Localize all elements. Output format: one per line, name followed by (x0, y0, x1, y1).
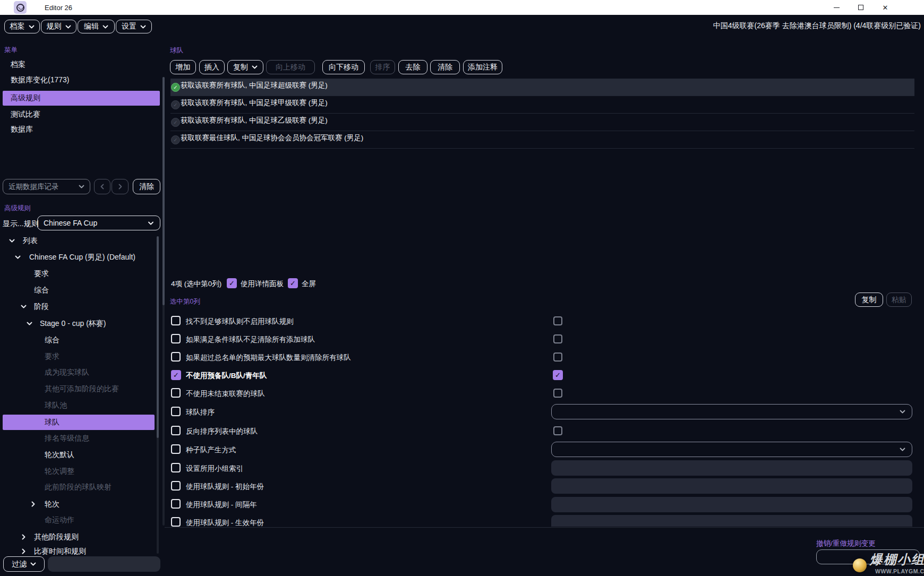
rule-checkbox-right[interactable] (553, 353, 562, 362)
tree-item-general[interactable]: 综合 (0, 282, 162, 298)
rule-checkbox-right[interactable] (553, 334, 562, 343)
copy-dropdown-button[interactable]: 复制 (227, 60, 263, 74)
filter-input[interactable] (48, 556, 160, 572)
rule-checkbox[interactable] (171, 426, 181, 435)
add-button[interactable]: 增加 (170, 60, 196, 74)
rule-checkbox[interactable] (171, 388, 181, 398)
tree-item-round-defaults[interactable]: 轮次默认 (0, 446, 162, 463)
maximize-button[interactable] (849, 0, 873, 15)
rule-checkbox[interactable] (171, 517, 181, 527)
tree-item-stages[interactable]: 阶段 (0, 298, 162, 315)
tree-item-match-times-rules[interactable]: 比赛时间和规则 (0, 543, 162, 556)
tree-item-round-adjustments[interactable]: 轮次调整 (0, 463, 162, 479)
chevron-right-icon[interactable] (22, 548, 25, 554)
chevron-down-icon (140, 25, 146, 29)
team-rule-row[interactable]: ✓ 获取该联赛所有球队, 中国足球乙级联赛 (男足) (170, 114, 914, 131)
tree-item-rounds[interactable]: 轮次 (0, 496, 162, 512)
titlebar: Editor 26 ✕ (0, 0, 924, 15)
rule-checkbox[interactable] (171, 407, 181, 416)
start-year-input[interactable] (551, 478, 912, 494)
recent-db-clear-button[interactable]: 清除 (133, 179, 160, 194)
team-rule-row[interactable]: ✓ 获取该联赛所有球队, 中国足球甲级联赛 (男足) (170, 96, 914, 114)
tree-item-ranking-level-info[interactable]: 排名等级信息 (0, 430, 162, 446)
rule-select-dropdown[interactable]: Chinese FA Cup (37, 216, 160, 230)
team-sort-dropdown[interactable] (551, 404, 912, 419)
group-index-input[interactable] (551, 460, 912, 476)
recent-db-prev-button[interactable] (94, 179, 110, 194)
chevron-down-icon[interactable] (27, 322, 32, 325)
chevron-right-icon[interactable] (22, 534, 25, 540)
tree-item-requirements[interactable]: 要求 (0, 265, 162, 282)
rule-checkbox[interactable] (171, 481, 181, 491)
rule-checkbox-right[interactable] (553, 426, 562, 435)
sort-button[interactable]: 排序 (370, 60, 395, 74)
tree-item-previous-stage-team-mapping[interactable]: 此前阶段的球队映射 (0, 479, 162, 495)
tree-item-team-pool[interactable]: 球队池 (0, 397, 162, 414)
detail-copy-button[interactable]: 复制 (855, 293, 883, 307)
check-circle-icon: ✓ (171, 100, 180, 109)
recent-db-dropdown[interactable]: 近期数据库记录 (3, 179, 90, 194)
add-comment-button[interactable]: 添加注释 (463, 60, 502, 74)
menu-edit-button[interactable]: 编辑 (78, 20, 115, 33)
interval-year-input[interactable] (551, 497, 912, 512)
detail-paste-button[interactable]: 粘贴 (886, 293, 912, 307)
tree-item-chinese-fa-cup[interactable]: Chinese FA Cup (男足) (Default) (0, 249, 162, 265)
clear-button[interactable]: 清除 (430, 60, 460, 74)
chevron-left-icon (100, 184, 104, 190)
chevron-down-icon[interactable] (21, 305, 27, 308)
tree-item-stage-general[interactable]: 综合 (0, 332, 162, 348)
insert-button[interactable]: 插入 (199, 60, 225, 74)
chevron-down-icon (900, 448, 905, 451)
tree-item-become-real-teams[interactable]: 成为现实球队 (0, 364, 162, 381)
selected-row-header: 选中第0列 (170, 297, 200, 306)
sidebar-item-db-changes[interactable]: 数据库变化(1773) (11, 75, 69, 85)
chevron-down-icon (102, 25, 108, 29)
rule-checkbox-right[interactable] (553, 389, 562, 398)
chevron-right-icon[interactable] (31, 501, 35, 507)
sidebar-item-database[interactable]: 数据库 (11, 125, 33, 134)
filter-button[interactable]: 过滤 (3, 556, 45, 572)
rule-checkbox[interactable] (171, 334, 181, 343)
menu-rules-button[interactable]: 规则 (41, 20, 76, 33)
detail-panel-checkbox[interactable]: ✓ (227, 278, 237, 288)
clipped-row: 使用球队规则 - 生效年份 (171, 515, 511, 527)
team-rule-row[interactable]: ✓ 获取该联赛所有球队, 中国足球超级联赛 (男足) (170, 79, 914, 96)
seed-method-dropdown[interactable] (551, 442, 912, 457)
fullscreen-checkbox[interactable]: ✓ (288, 278, 298, 288)
team-rule-row[interactable]: ✓ 获取联赛最佳球队, 中国足球协会会员协会冠军联赛 (男足) (170, 131, 914, 149)
remove-button[interactable]: 去除 (398, 60, 427, 74)
tree-item-stage-requirements[interactable]: 要求 (0, 348, 162, 365)
tree-item-fate-actions[interactable]: 命运动作 (0, 512, 162, 528)
chevron-down-icon[interactable] (15, 255, 21, 259)
rule-checkbox[interactable] (171, 463, 181, 472)
rule-checkbox-right[interactable] (553, 316, 562, 325)
sidebar-item-file[interactable]: 档案 (11, 60, 25, 70)
effective-year-input[interactable] (551, 515, 912, 527)
rule-checkbox[interactable] (171, 352, 181, 362)
rule-checkbox[interactable] (171, 499, 181, 509)
tree-item-teams[interactable]: 球队 (0, 414, 162, 431)
close-button[interactable]: ✕ (873, 0, 897, 15)
recent-db-next-button[interactable] (112, 179, 129, 194)
rule-checkbox-right[interactable]: ✓ (553, 370, 563, 380)
move-up-button[interactable]: 向上移动 (266, 60, 315, 74)
sidebar-item-advanced-rules[interactable]: 高级规则 (3, 91, 160, 106)
main-scrollbar-thumb[interactable] (162, 77, 165, 305)
tree-item-stage0-cup[interactable]: Stage 0 - cup (杯赛) (0, 315, 162, 332)
minimize-button[interactable] (824, 0, 849, 15)
tree-scrollbar-thumb[interactable] (157, 236, 159, 438)
tree-item-other-addable-stage-matches[interactable]: 其他可添加阶段的比赛 (0, 381, 162, 397)
rule-checkbox[interactable] (171, 316, 181, 325)
window-title: Editor 26 (45, 4, 72, 12)
chevron-down-icon (900, 410, 905, 414)
menu-settings-button[interactable]: 设置 (116, 20, 152, 33)
rule-checkbox[interactable] (171, 444, 181, 454)
tree-item-list[interactable]: 列表 (0, 233, 162, 249)
move-down-button[interactable]: 向下移动 (322, 60, 365, 74)
chevron-down-icon (148, 221, 154, 225)
sidebar-item-test-competition[interactable]: 测试比赛 (11, 110, 40, 119)
teams-panel-header: 球队 (170, 46, 183, 55)
menu-file-button[interactable]: 档案 (4, 20, 40, 33)
chevron-down-icon[interactable] (9, 239, 15, 243)
rule-checkbox[interactable]: ✓ (171, 370, 181, 380)
